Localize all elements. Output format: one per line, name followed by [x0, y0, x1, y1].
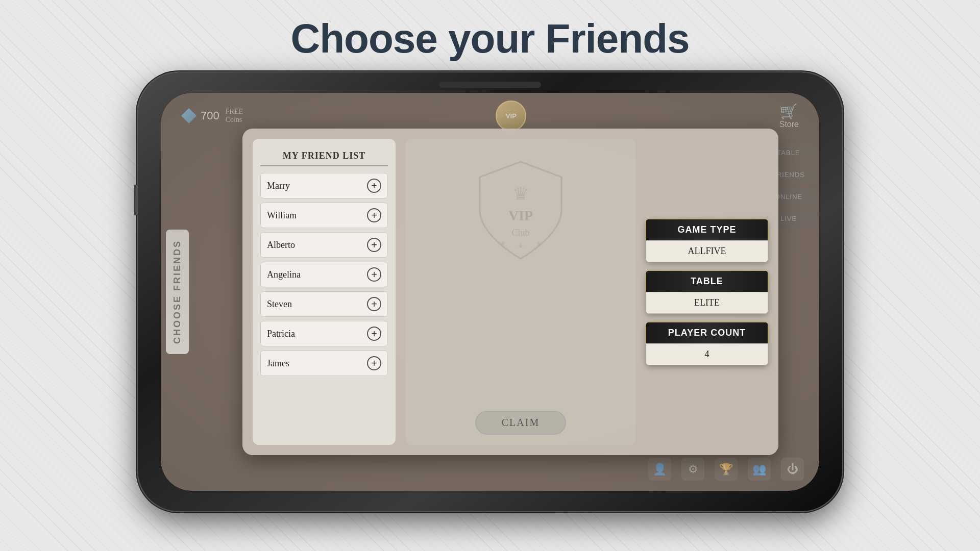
svg-text:♛: ♛ — [512, 184, 529, 204]
game-type-group: GAME TYPE ALLFIVE — [646, 219, 768, 262]
vip-shield: ♛ VIP Club ★ ★ ★ — [470, 154, 572, 266]
table-header: TABLE — [646, 270, 768, 292]
friend-item-angelina: Angelina + — [260, 262, 388, 287]
friend-item-james: James + — [260, 350, 388, 376]
game-type-value[interactable]: ALLFIVE — [646, 240, 768, 262]
friend-item-patricia: Patricia + — [260, 321, 388, 346]
add-friend-william[interactable]: + — [367, 208, 381, 222]
player-count-group: PLAYER COUNT 4 — [646, 322, 768, 365]
modal-overlay: MY FRIEND LIST Marry + William + Alberto… — [161, 93, 819, 491]
page-title: Choose your Friends — [290, 15, 689, 62]
add-friend-angelina[interactable]: + — [367, 267, 381, 282]
friend-item-william: William + — [260, 203, 388, 228]
phone-screen: 700 FREE Coins VIP 🛒 Store CHOOSE FRIEND… — [161, 93, 819, 491]
table-group: TABLE ELITE — [646, 270, 768, 314]
phone-frame: 700 FREE Coins VIP 🛒 Store CHOOSE FRIEND… — [138, 72, 842, 511]
svg-text:VIP: VIP — [508, 208, 533, 223]
friend-item-marry: Marry + — [260, 173, 388, 198]
player-count-header: PLAYER COUNT — [646, 322, 768, 343]
game-type-header: GAME TYPE — [646, 219, 768, 240]
add-friend-steven[interactable]: + — [367, 297, 381, 311]
svg-text:Club: Club — [511, 228, 529, 238]
modal-content: MY FRIEND LIST Marry + William + Alberto… — [242, 129, 778, 455]
friend-name: James — [267, 358, 289, 369]
add-friend-patricia[interactable]: + — [367, 327, 381, 341]
friend-name: William — [267, 210, 297, 221]
vip-center-panel: ♛ VIP Club ★ ★ ★ CLAIM — [406, 139, 635, 445]
friend-item-steven: Steven + — [260, 291, 388, 317]
friend-list-panel: MY FRIEND LIST Marry + William + Alberto… — [253, 139, 396, 445]
friend-name: Steven — [267, 299, 292, 310]
table-value[interactable]: ELITE — [646, 292, 768, 314]
add-friend-alberto[interactable]: + — [367, 238, 381, 252]
friend-name: Marry — [267, 181, 290, 191]
friend-name: Alberto — [267, 240, 295, 251]
friend-list-title: MY FRIEND LIST — [260, 146, 388, 166]
add-friend-marry[interactable]: + — [367, 179, 381, 193]
claim-button[interactable]: CLAIM — [475, 411, 566, 435]
svg-text:★: ★ — [535, 240, 542, 247]
player-count-value[interactable]: 4 — [646, 343, 768, 365]
add-friend-james[interactable]: + — [367, 356, 381, 370]
game-options-panel: GAME TYPE ALLFIVE TABLE ELITE PLAYER COU… — [646, 139, 768, 445]
friend-name: Angelina — [267, 269, 301, 280]
svg-text:★: ★ — [500, 240, 506, 247]
friend-item-alberto: Alberto + — [260, 232, 388, 258]
friend-name: Patricia — [267, 329, 295, 339]
svg-text:★: ★ — [518, 242, 524, 250]
